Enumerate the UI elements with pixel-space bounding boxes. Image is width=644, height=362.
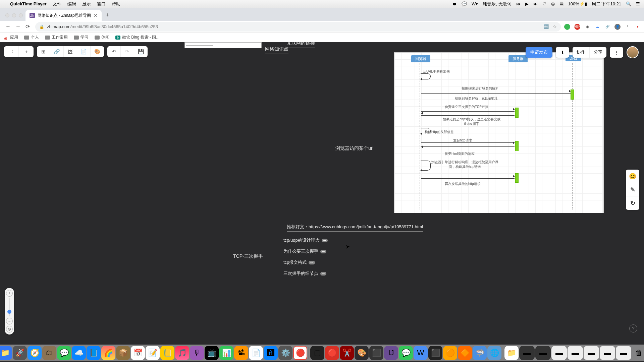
dock-app-icon[interactable]: 🌐 xyxy=(487,346,501,360)
bookmark-star-icon[interactable]: ☆ xyxy=(553,24,557,29)
collaborate-button[interactable]: 协作 xyxy=(573,47,590,58)
dock-reminders-icon[interactable]: 📝 xyxy=(146,346,160,360)
dock-app-icon[interactable]: 📘 xyxy=(87,346,101,360)
address-bar[interactable]: 🔒 zhimap.com/medit/99b6f8ac30dc4565a140f… xyxy=(35,22,561,32)
status-w-icon[interactable]: W▾ xyxy=(472,1,478,6)
dock-podcasts-icon[interactable]: 🎙 xyxy=(190,346,204,360)
dock-app-icon[interactable]: ⬛ xyxy=(428,346,442,360)
lock-icon[interactable]: 🔒 xyxy=(39,24,44,29)
dock-wechat-icon[interactable]: 💬 xyxy=(399,346,413,360)
node-sub-3[interactable]: 三次握手的细节点••• xyxy=(283,270,326,278)
bookmark-folder-leisure[interactable]: 休闲 xyxy=(95,35,109,40)
dock-terminal-icon[interactable]: ▢ xyxy=(310,346,324,360)
dock-tv-icon[interactable]: 📺 xyxy=(205,346,219,360)
node-sub-2[interactable]: tcp报文格式••• xyxy=(283,259,315,267)
ext-eye-icon[interactable]: ◉ xyxy=(584,24,590,30)
collapsed-indicator[interactable]: ••• xyxy=(309,261,315,264)
dock-app-icon[interactable]: 🔶 xyxy=(458,346,472,360)
link-icon[interactable]: 🔗 xyxy=(50,46,64,57)
dock-music-icon[interactable]: 🎵 xyxy=(175,346,189,360)
sequence-diagram-panel[interactable]: 浏览器 服务器 DNS 从URL中解析出来 根据url来进行域名的解析 获取到域… xyxy=(394,52,604,213)
dock-app-icon[interactable]: 🟠 xyxy=(443,346,457,360)
bookmark-folder-study[interactable]: 学习 xyxy=(74,35,89,40)
save-button[interactable]: 💾 xyxy=(134,46,148,57)
dock-safari-icon[interactable]: 🧭 xyxy=(28,346,42,360)
browser-tab[interactable]: Zh 网络知识点 - ZhiMap思维导图 ✕ xyxy=(25,10,102,21)
dock-notes-icon[interactable]: 📒 xyxy=(160,346,174,360)
publish-button[interactable]: 申请发布 xyxy=(526,47,552,58)
zhimap-canvas-area[interactable]: 〈 ＋ ⊞ 🔗 🖼 📄 🎨 ↶ ↷ 💾 申请发布 ⬇ 协作 分享 ⋮ 😊 ✎ ↻ xyxy=(0,42,644,339)
ext-green-icon[interactable] xyxy=(564,24,570,30)
dock-minimized-window[interactable]: ▬ xyxy=(600,346,615,360)
dock-minimized-window[interactable]: ▬ xyxy=(535,346,551,360)
dock-minimized-window[interactable]: ▬ xyxy=(616,346,631,360)
node-article[interactable]: 推荐好文：https://www.cnblogs.com/jmilkfan-fa… xyxy=(287,224,423,232)
menu-edit[interactable]: 编辑 xyxy=(67,1,76,7)
dock-app-icon[interactable]: 🗂 xyxy=(42,346,56,360)
node-sub-0[interactable]: tcp/udp的设计理念••• xyxy=(283,237,328,245)
dock-app-icon[interactable]: 📦 xyxy=(116,346,130,360)
style-icon[interactable]: 🎨 xyxy=(91,46,104,57)
heart-icon[interactable]: ♡ xyxy=(542,1,546,6)
share-button[interactable]: 分享 xyxy=(590,47,606,58)
structure-icon[interactable]: ⊞ xyxy=(37,46,50,57)
menu-view[interactable]: 显示 xyxy=(82,1,91,7)
dock-pages-icon[interactable]: 📄 xyxy=(249,346,263,360)
control-center-icon[interactable]: ☰ xyxy=(636,1,640,6)
apps-button[interactable]: ⊞应用 xyxy=(3,35,18,40)
dock-app-icon[interactable]: 🦈 xyxy=(473,346,487,360)
lyrics-icon[interactable]: ◎ xyxy=(551,1,555,6)
dock-appstore-icon[interactable]: 🅰 xyxy=(264,346,278,360)
dock-app-icon[interactable]: ☁️ xyxy=(72,346,86,360)
dock-minimized-window[interactable]: ▬ xyxy=(584,346,599,360)
dock-numbers-icon[interactable]: 📊 xyxy=(219,346,233,360)
collapsed-indicator[interactable]: ••• xyxy=(320,250,326,253)
back-nav-button[interactable]: 〈 xyxy=(4,46,19,57)
battery-status[interactable]: 100% ⚡▮ xyxy=(568,1,587,6)
dock-app-icon[interactable]: 🎨 xyxy=(355,346,369,360)
ext-cloud-icon[interactable]: ☁ xyxy=(594,24,600,30)
dock-keynote-icon[interactable]: 📽 xyxy=(234,346,248,360)
dock-finder-icon[interactable]: 📁 xyxy=(0,346,12,360)
close-tab-icon[interactable]: ✕ xyxy=(94,13,98,18)
translate-icon[interactable]: 🔤 xyxy=(543,24,549,29)
dock-chrome-icon[interactable]: 🔴 xyxy=(293,346,307,360)
bookmark-bing[interactable]: b微软 Bing 搜索 - 国... xyxy=(115,35,159,40)
prev-track-icon[interactable]: ⏮ xyxy=(516,1,521,6)
dock-app-icon[interactable]: 🔴 xyxy=(325,346,339,360)
clock[interactable]: 周二 下午10:21 xyxy=(592,1,621,7)
play-icon[interactable]: ▶ xyxy=(525,1,529,6)
menu-help[interactable]: 帮助 xyxy=(112,1,120,7)
dock-launchpad-icon[interactable]: 🚀 xyxy=(13,346,27,360)
node-browser-url[interactable]: 浏览器访问某个url xyxy=(335,145,374,153)
menu-window[interactable]: 窗口 xyxy=(97,1,106,7)
dock-minimized-window[interactable]: ▬ xyxy=(551,346,567,360)
record-dot-icon[interactable]: ● xyxy=(635,24,641,30)
dock-trash-icon[interactable]: 🗑 xyxy=(632,346,644,360)
more-menu-button[interactable]: ⋮ xyxy=(610,47,623,58)
node-internet-link[interactable]: 互联网的链接 xyxy=(287,42,315,48)
image-icon[interactable]: 🖼 xyxy=(64,46,77,57)
dock-settings-icon[interactable]: ⚙️ xyxy=(278,346,292,360)
redo-button[interactable]: ↷ xyxy=(121,46,134,57)
next-track-icon[interactable]: ⏭ xyxy=(533,1,538,6)
menu-file[interactable]: 文件 xyxy=(53,1,61,7)
adblock-icon[interactable]: ABP xyxy=(574,24,580,30)
bookmark-folder-work[interactable]: 工作常用 xyxy=(45,35,68,40)
node-root[interactable]: 网络知识点 xyxy=(265,46,288,54)
dock-minimized-window[interactable]: ▬ xyxy=(568,346,583,360)
spotlight-icon[interactable]: 🔍 xyxy=(626,1,631,6)
thumbnail-preview[interactable]: ▬▬▬▬▬▬▬▬▬▬ xyxy=(184,42,262,48)
screen-record-icon[interactable]: ⏺ xyxy=(452,1,457,6)
now-playing[interactable]: 纯音乐, 无歌词 xyxy=(483,1,511,7)
wechat-status-icon[interactable]: 💬 xyxy=(462,1,467,6)
undo-button[interactable]: ↶ xyxy=(107,46,121,57)
ext-link-icon[interactable]: 🔗 xyxy=(604,24,610,30)
dock-word-icon[interactable]: W xyxy=(414,346,428,360)
profile-icon[interactable]: 👤 xyxy=(614,24,621,30)
playlist-icon[interactable]: ▤ xyxy=(559,1,564,6)
dock-messages-icon[interactable]: 💬 xyxy=(57,346,71,360)
dock-photos-icon[interactable]: 🌈 xyxy=(101,346,115,360)
window-controls[interactable] xyxy=(3,13,25,21)
dock-folder-icon[interactable]: 📁 xyxy=(504,346,519,360)
